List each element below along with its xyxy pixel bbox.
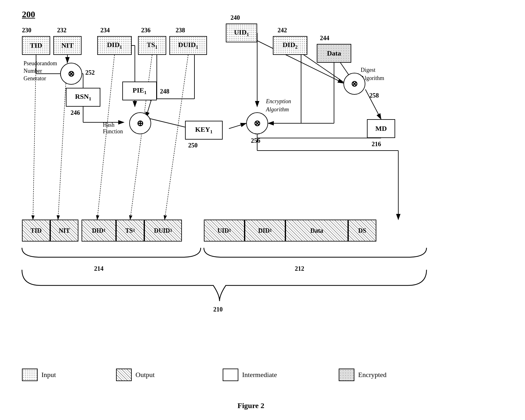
did2-node: DID2	[273, 36, 307, 55]
pkt-ts: TS1	[116, 220, 144, 242]
pie1-num: 248	[160, 88, 169, 95]
pie1-label: PIE1	[133, 86, 146, 95]
data-label: Data	[327, 49, 341, 57]
ts1-label: TS1	[147, 41, 158, 50]
key1-label: KEY1	[195, 125, 212, 135]
nit-label: NIT	[61, 41, 73, 50]
pkt-uid1-enc: UID1	[204, 220, 245, 242]
md-label: MD	[375, 125, 387, 133]
did1-node: DID1	[97, 36, 132, 55]
enc-alg-label: EncryptionAlgorithm	[266, 97, 291, 114]
hash-label: HashFunction	[103, 122, 123, 135]
prng-label: PseudorandomNumberGenerator	[24, 60, 57, 82]
tid-node: TID	[22, 36, 50, 55]
data-num: 244	[320, 35, 329, 42]
uid1-num: 240	[231, 14, 240, 21]
nit-num: 232	[57, 27, 66, 34]
xor2-num: 256	[251, 137, 260, 144]
svg-line-41	[165, 55, 188, 220]
legend-output-label: Output	[135, 371, 155, 379]
xor2-node: ⊗	[246, 112, 268, 134]
legend-encrypted-label: Encrypted	[358, 371, 386, 379]
digest-node: ⊗	[343, 73, 365, 95]
md-num: 216	[372, 141, 381, 148]
key1-num: 250	[188, 142, 198, 149]
rsn1-label: RSN1	[75, 93, 91, 102]
xor1-num: 252	[85, 69, 95, 76]
did2-num: 242	[278, 27, 287, 34]
duid1-label: DUID1	[178, 41, 198, 50]
figure-caption: Figure 2	[188, 401, 314, 410]
figure-id: 200	[22, 9, 35, 19]
uid1-label: UID1	[234, 28, 249, 37]
brace-214: 214	[94, 265, 103, 272]
pkt-data-enc: Data	[285, 220, 348, 242]
hash-node: ⊕	[129, 112, 151, 134]
legend-intermediate-swatch	[223, 369, 238, 381]
legend-input-label: Input	[41, 371, 56, 379]
rsn1-num: 246	[71, 109, 80, 116]
legend-intermediate-label: Intermediate	[242, 371, 277, 379]
legend-output: Output	[116, 369, 155, 381]
nit-node: NIT	[53, 36, 82, 55]
pkt-did1-enc: DID1	[245, 220, 285, 242]
pkt-tid: TID	[22, 220, 50, 242]
pkt-duid1: DUID1	[144, 220, 182, 242]
diagram-arrows	[0, 0, 525, 420]
brace-210: 210	[213, 306, 223, 313]
duid1-num: 238	[176, 27, 185, 34]
digest-num: 258	[369, 92, 379, 99]
pkt-nit: NIT	[50, 220, 78, 242]
svg-line-39	[97, 55, 114, 220]
uid1-node: UID1	[226, 24, 257, 42]
svg-line-18	[146, 118, 191, 129]
svg-line-40	[130, 55, 152, 220]
pie1-node: PIE1	[122, 82, 157, 100]
legend-encrypted-swatch	[339, 369, 354, 381]
did2-label: DID2	[283, 41, 298, 50]
key1-node: KEY1	[185, 121, 223, 140]
brace-212: 212	[295, 265, 304, 272]
legend-input-swatch	[22, 369, 38, 381]
tid-num: 230	[22, 27, 31, 34]
legend-encrypted: Encrypted	[339, 369, 386, 381]
data-node: Data	[317, 44, 351, 63]
pkt-ds: DS	[348, 220, 376, 242]
legend-intermediate: Intermediate	[223, 369, 277, 381]
legend-input: Input	[22, 369, 56, 381]
ts1-node: TS1	[138, 36, 166, 55]
pkt-did1: DID1	[82, 220, 116, 242]
rsn1-node: RSN1	[66, 88, 100, 107]
duid1-node: DUID1	[169, 36, 207, 55]
md-node: MD	[367, 119, 395, 138]
ts1-num: 236	[141, 27, 151, 34]
did1-num: 234	[100, 27, 110, 34]
xor1-node: ⊗	[60, 63, 82, 85]
did1-label: DID1	[107, 41, 122, 50]
tid-label: TID	[30, 41, 42, 50]
svg-line-19	[229, 123, 246, 129]
legend-output-swatch	[116, 369, 132, 381]
